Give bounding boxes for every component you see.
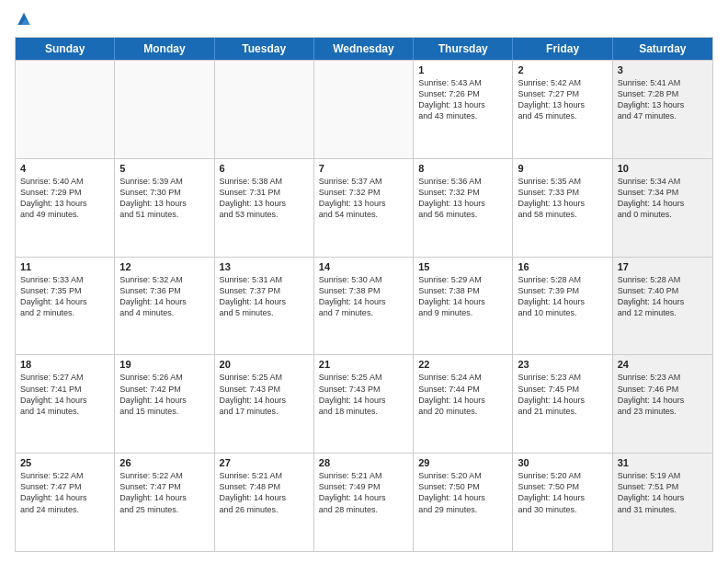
calendar-cell <box>115 61 214 158</box>
calendar-body: 1Sunrise: 5:43 AM Sunset: 7:26 PM Daylig… <box>16 60 712 551</box>
day-number: 3 <box>618 64 708 75</box>
weekday-header: Thursday <box>414 38 513 60</box>
cell-info: Sunrise: 5:28 AM Sunset: 7:40 PM Dayligh… <box>618 274 708 319</box>
calendar-header: SundayMondayTuesdayWednesdayThursdayFrid… <box>16 38 712 60</box>
calendar-cell: 11Sunrise: 5:33 AM Sunset: 7:35 PM Dayli… <box>16 258 115 355</box>
calendar-cell <box>16 61 115 158</box>
day-number: 27 <box>220 457 309 468</box>
day-number: 31 <box>618 457 708 468</box>
cell-info: Sunrise: 5:37 AM Sunset: 7:32 PM Dayligh… <box>319 176 408 221</box>
calendar-cell: 26Sunrise: 5:22 AM Sunset: 7:47 PM Dayli… <box>115 454 214 551</box>
calendar: SundayMondayTuesdayWednesdayThursdayFrid… <box>15 37 713 552</box>
day-number: 28 <box>319 457 408 468</box>
cell-info: Sunrise: 5:42 AM Sunset: 7:27 PM Dayligh… <box>518 77 607 122</box>
calendar-cell: 18Sunrise: 5:27 AM Sunset: 7:41 PM Dayli… <box>16 355 115 453</box>
calendar-cell: 23Sunrise: 5:23 AM Sunset: 7:45 PM Dayli… <box>513 355 612 453</box>
calendar-cell: 30Sunrise: 5:20 AM Sunset: 7:50 PM Dayli… <box>513 454 612 551</box>
calendar-cell: 21Sunrise: 5:25 AM Sunset: 7:43 PM Dayli… <box>314 355 414 453</box>
calendar-cell: 16Sunrise: 5:28 AM Sunset: 7:39 PM Dayli… <box>513 258 612 355</box>
cell-info: Sunrise: 5:35 AM Sunset: 7:33 PM Dayligh… <box>518 176 607 221</box>
calendar-cell: 9Sunrise: 5:35 AM Sunset: 7:33 PM Daylig… <box>513 159 612 257</box>
day-number: 8 <box>418 163 507 174</box>
day-number: 10 <box>618 163 708 174</box>
cell-info: Sunrise: 5:33 AM Sunset: 7:35 PM Dayligh… <box>20 274 109 319</box>
cell-info: Sunrise: 5:19 AM Sunset: 7:51 PM Dayligh… <box>618 470 708 515</box>
day-number: 22 <box>418 359 507 370</box>
day-number: 1 <box>418 64 507 75</box>
day-number: 9 <box>518 163 607 174</box>
header <box>15 11 713 29</box>
day-number: 15 <box>418 261 507 272</box>
cell-info: Sunrise: 5:36 AM Sunset: 7:32 PM Dayligh… <box>418 176 507 221</box>
day-number: 23 <box>518 359 607 370</box>
cell-info: Sunrise: 5:24 AM Sunset: 7:44 PM Dayligh… <box>418 372 507 417</box>
logo <box>15 11 37 29</box>
cell-info: Sunrise: 5:25 AM Sunset: 7:43 PM Dayligh… <box>220 372 309 417</box>
page: SundayMondayTuesdayWednesdayThursdayFrid… <box>0 0 728 563</box>
calendar-row: 1Sunrise: 5:43 AM Sunset: 7:26 PM Daylig… <box>16 60 712 158</box>
day-number: 16 <box>518 261 607 272</box>
cell-info: Sunrise: 5:39 AM Sunset: 7:30 PM Dayligh… <box>119 176 209 221</box>
calendar-cell: 12Sunrise: 5:32 AM Sunset: 7:36 PM Dayli… <box>115 258 214 355</box>
cell-info: Sunrise: 5:32 AM Sunset: 7:36 PM Dayligh… <box>119 274 209 319</box>
calendar-cell: 29Sunrise: 5:20 AM Sunset: 7:50 PM Dayli… <box>414 454 513 551</box>
cell-info: Sunrise: 5:34 AM Sunset: 7:34 PM Dayligh… <box>618 176 708 221</box>
day-number: 18 <box>20 359 109 370</box>
calendar-cell: 5Sunrise: 5:39 AM Sunset: 7:30 PM Daylig… <box>115 159 214 257</box>
weekday-header: Sunday <box>16 38 115 60</box>
cell-info: Sunrise: 5:21 AM Sunset: 7:48 PM Dayligh… <box>220 470 309 515</box>
cell-info: Sunrise: 5:28 AM Sunset: 7:39 PM Dayligh… <box>518 274 607 319</box>
day-number: 26 <box>119 457 209 468</box>
calendar-cell: 19Sunrise: 5:26 AM Sunset: 7:42 PM Dayli… <box>115 355 214 453</box>
cell-info: Sunrise: 5:20 AM Sunset: 7:50 PM Dayligh… <box>418 470 507 515</box>
calendar-cell: 22Sunrise: 5:24 AM Sunset: 7:44 PM Dayli… <box>414 355 513 453</box>
cell-info: Sunrise: 5:40 AM Sunset: 7:29 PM Dayligh… <box>20 176 109 221</box>
calendar-cell: 28Sunrise: 5:21 AM Sunset: 7:49 PM Dayli… <box>314 454 414 551</box>
day-number: 5 <box>119 163 209 174</box>
day-number: 7 <box>319 163 408 174</box>
day-number: 20 <box>220 359 309 370</box>
day-number: 30 <box>518 457 607 468</box>
cell-info: Sunrise: 5:20 AM Sunset: 7:50 PM Dayligh… <box>518 470 607 515</box>
day-number: 17 <box>618 261 708 272</box>
calendar-cell <box>314 61 414 158</box>
day-number: 12 <box>119 261 209 272</box>
calendar-row: 25Sunrise: 5:22 AM Sunset: 7:47 PM Dayli… <box>16 453 712 551</box>
calendar-cell: 13Sunrise: 5:31 AM Sunset: 7:37 PM Dayli… <box>215 258 314 355</box>
weekday-header: Friday <box>513 38 612 60</box>
calendar-cell: 14Sunrise: 5:30 AM Sunset: 7:38 PM Dayli… <box>314 258 414 355</box>
cell-info: Sunrise: 5:25 AM Sunset: 7:43 PM Dayligh… <box>319 372 408 417</box>
day-number: 19 <box>119 359 209 370</box>
cell-info: Sunrise: 5:38 AM Sunset: 7:31 PM Dayligh… <box>220 176 309 221</box>
weekday-header: Wednesday <box>314 38 414 60</box>
day-number: 6 <box>220 163 309 174</box>
cell-info: Sunrise: 5:23 AM Sunset: 7:46 PM Dayligh… <box>618 372 708 417</box>
calendar-cell: 15Sunrise: 5:29 AM Sunset: 7:38 PM Dayli… <box>414 258 513 355</box>
weekday-header: Monday <box>115 38 214 60</box>
cell-info: Sunrise: 5:41 AM Sunset: 7:28 PM Dayligh… <box>618 77 708 122</box>
calendar-cell: 3Sunrise: 5:41 AM Sunset: 7:28 PM Daylig… <box>613 61 712 158</box>
calendar-cell: 2Sunrise: 5:42 AM Sunset: 7:27 PM Daylig… <box>513 61 612 158</box>
cell-info: Sunrise: 5:22 AM Sunset: 7:47 PM Dayligh… <box>20 470 109 515</box>
cell-info: Sunrise: 5:30 AM Sunset: 7:38 PM Dayligh… <box>319 274 408 319</box>
calendar-row: 4Sunrise: 5:40 AM Sunset: 7:29 PM Daylig… <box>16 158 712 257</box>
calendar-cell: 20Sunrise: 5:25 AM Sunset: 7:43 PM Dayli… <box>215 355 314 453</box>
calendar-cell: 25Sunrise: 5:22 AM Sunset: 7:47 PM Dayli… <box>16 454 115 551</box>
calendar-cell: 7Sunrise: 5:37 AM Sunset: 7:32 PM Daylig… <box>314 159 414 257</box>
calendar-cell: 6Sunrise: 5:38 AM Sunset: 7:31 PM Daylig… <box>215 159 314 257</box>
calendar-cell: 8Sunrise: 5:36 AM Sunset: 7:32 PM Daylig… <box>414 159 513 257</box>
calendar-cell <box>215 61 314 158</box>
day-number: 24 <box>618 359 708 370</box>
logo-icon <box>15 11 33 29</box>
calendar-cell: 10Sunrise: 5:34 AM Sunset: 7:34 PM Dayli… <box>613 159 712 257</box>
calendar-cell: 27Sunrise: 5:21 AM Sunset: 7:48 PM Dayli… <box>215 454 314 551</box>
calendar-cell: 24Sunrise: 5:23 AM Sunset: 7:46 PM Dayli… <box>613 355 712 453</box>
weekday-header: Tuesday <box>215 38 314 60</box>
cell-info: Sunrise: 5:27 AM Sunset: 7:41 PM Dayligh… <box>20 372 109 417</box>
calendar-cell: 4Sunrise: 5:40 AM Sunset: 7:29 PM Daylig… <box>16 159 115 257</box>
day-number: 11 <box>20 261 109 272</box>
calendar-cell: 1Sunrise: 5:43 AM Sunset: 7:26 PM Daylig… <box>414 61 513 158</box>
cell-info: Sunrise: 5:43 AM Sunset: 7:26 PM Dayligh… <box>418 77 507 122</box>
cell-info: Sunrise: 5:31 AM Sunset: 7:37 PM Dayligh… <box>220 274 309 319</box>
day-number: 13 <box>220 261 309 272</box>
